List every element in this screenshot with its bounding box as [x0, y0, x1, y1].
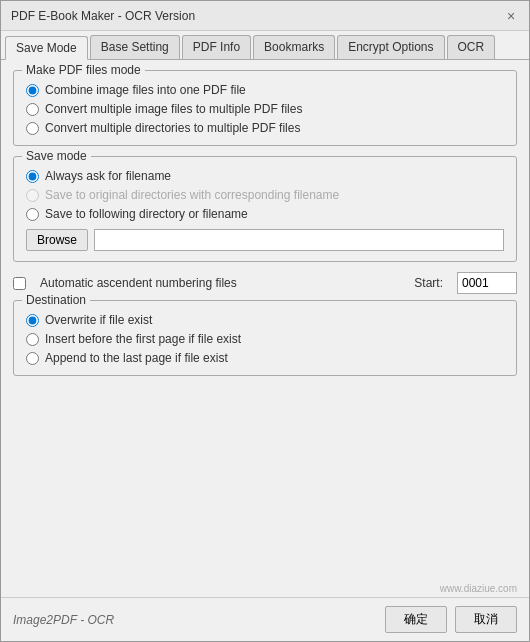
- window-title: PDF E-Book Maker - OCR Version: [11, 9, 195, 23]
- label-always-ask: Always ask for filename: [45, 169, 171, 183]
- radio-save-following[interactable]: [26, 208, 39, 221]
- dest-insert-before: Insert before the first page if file exi…: [26, 332, 504, 346]
- label-save-following: Save to following directory or filename: [45, 207, 248, 221]
- dest-overwrite: Overwrite if file exist: [26, 313, 504, 327]
- start-label: Start:: [414, 276, 443, 290]
- save-mode-label: Save mode: [22, 149, 91, 163]
- path-input[interactable]: [94, 229, 504, 251]
- make-pdf-mode-label: Make PDF files mode: [22, 63, 145, 77]
- bottom-bar: Image2PDF - OCR 确定 取消: [1, 597, 529, 641]
- auto-number-checkbox[interactable]: [13, 277, 26, 290]
- browse-row: Browse: [26, 229, 504, 251]
- tab-base-setting[interactable]: Base Setting: [90, 35, 180, 59]
- tab-ocr[interactable]: OCR: [447, 35, 496, 59]
- make-pdf-option-multiple: Convert multiple image files to multiple…: [26, 102, 504, 116]
- cancel-button[interactable]: 取消: [455, 606, 517, 633]
- save-mode-original: Save to original directories with corres…: [26, 188, 504, 202]
- tab-encrypt-options[interactable]: Encrypt Options: [337, 35, 444, 59]
- destination-group: Destination Overwrite if file exist Inse…: [13, 300, 517, 376]
- make-pdf-option-dirs: Convert multiple directories to multiple…: [26, 121, 504, 135]
- save-mode-always-ask: Always ask for filename: [26, 169, 504, 183]
- start-input[interactable]: [457, 272, 517, 294]
- ok-button[interactable]: 确定: [385, 606, 447, 633]
- radio-append-last[interactable]: [26, 352, 39, 365]
- watermark-bar: www.diaziue.com: [1, 580, 529, 597]
- destination-label: Destination: [22, 293, 90, 307]
- auto-number-label: Automatic ascendent numbering files: [40, 276, 237, 290]
- label-overwrite: Overwrite if file exist: [45, 313, 152, 327]
- title-bar: PDF E-Book Maker - OCR Version ×: [1, 1, 529, 31]
- make-pdf-option-combine: Combine image files into one PDF file: [26, 83, 504, 97]
- label-dirs: Convert multiple directories to multiple…: [45, 121, 300, 135]
- radio-multiple[interactable]: [26, 103, 39, 116]
- label-append-last: Append to the last page if file exist: [45, 351, 228, 365]
- auto-number-row: Automatic ascendent numbering files Star…: [13, 272, 517, 294]
- tab-save-mode[interactable]: Save Mode: [5, 36, 88, 60]
- label-multiple: Convert multiple image files to multiple…: [45, 102, 302, 116]
- browse-button[interactable]: Browse: [26, 229, 88, 251]
- main-window: PDF E-Book Maker - OCR Version × Save Mo…: [0, 0, 530, 642]
- close-button[interactable]: ×: [503, 8, 519, 24]
- make-pdf-mode-group: Make PDF files mode Combine image files …: [13, 70, 517, 146]
- dest-append-last: Append to the last page if file exist: [26, 351, 504, 365]
- tab-pdf-info[interactable]: PDF Info: [182, 35, 251, 59]
- watermark-text: www.diaziue.com: [440, 583, 521, 596]
- radio-always-ask[interactable]: [26, 170, 39, 183]
- radio-save-original[interactable]: [26, 189, 39, 202]
- app-label: Image2PDF - OCR: [13, 613, 114, 627]
- label-combine: Combine image files into one PDF file: [45, 83, 246, 97]
- radio-insert-before[interactable]: [26, 333, 39, 346]
- label-save-original: Save to original directories with corres…: [45, 188, 339, 202]
- save-mode-following: Save to following directory or filename: [26, 207, 504, 221]
- tab-bookmarks[interactable]: Bookmarks: [253, 35, 335, 59]
- radio-overwrite[interactable]: [26, 314, 39, 327]
- tab-bar: Save Mode Base Setting PDF Info Bookmark…: [1, 31, 529, 60]
- radio-combine[interactable]: [26, 84, 39, 97]
- radio-dirs[interactable]: [26, 122, 39, 135]
- save-mode-group: Save mode Always ask for filename Save t…: [13, 156, 517, 262]
- label-insert-before: Insert before the first page if file exi…: [45, 332, 241, 346]
- bottom-buttons: 确定 取消: [385, 606, 517, 633]
- tab-content: Make PDF files mode Combine image files …: [1, 60, 529, 580]
